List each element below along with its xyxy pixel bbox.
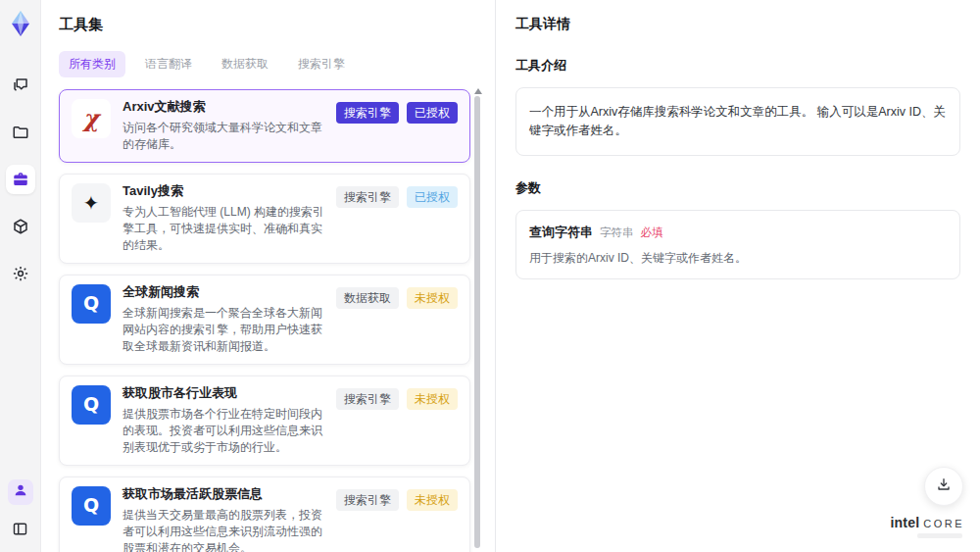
tool-description: 全球新闻搜索是一个聚合全球各大新闻网站内容的搜索引擎，帮助用户快速获取全球最新资…: [122, 305, 326, 355]
tool-name: Arxiv文献搜索: [122, 99, 326, 116]
arxiv-icon: χ: [72, 99, 111, 138]
tab-data-acquisition[interactable]: 数据获取: [212, 51, 278, 77]
auth-status-badge: 已授权: [407, 102, 458, 124]
tool-card-arxiv[interactable]: χ Arxiv文献搜索 访问各个研究领域大量科学论文和文章的存储库。 搜索引擎 …: [59, 89, 470, 163]
tab-language-translation[interactable]: 语言翻译: [135, 51, 202, 77]
parameter-description: 用于搜索的Arxiv ID、关键字或作者姓名。: [529, 250, 947, 267]
app-window: 工具集 所有类别 语言翻译 数据获取 搜索引擎 χ Arxiv文献搜索 访问各个…: [0, 0, 980, 552]
q-glyph: Q: [83, 395, 99, 414]
scrollbar-thumb[interactable]: [474, 96, 480, 548]
tool-description: 访问各个研究领域大量科学论文和文章的存储库。: [122, 120, 326, 153]
tool-card-list: χ Arxiv文献搜索 访问各个研究领域大量科学论文和文章的存储库。 搜索引擎 …: [59, 89, 470, 552]
app-logo: [7, 10, 34, 37]
core-wordmark: CORE: [923, 518, 964, 529]
download-button[interactable]: [924, 467, 963, 506]
tool-description: 提供股票市场各个行业在特定时间段内的表现。投资者可以利用这些信息来识别表现优于或…: [122, 406, 326, 456]
user-avatar[interactable]: [8, 479, 33, 505]
package-cube-icon: [12, 218, 29, 235]
sidebar-item-files[interactable]: [6, 118, 35, 147]
tool-name: Tavily搜索: [122, 183, 326, 200]
chat-icon: [12, 76, 29, 94]
sidebar-item-chat[interactable]: [6, 71, 35, 100]
detail-title: 工具详情: [515, 16, 960, 33]
tavily-icon: ✦: [72, 183, 111, 223]
news-app-icon: Q: [72, 385, 111, 425]
folder-icon: [12, 124, 29, 141]
sidebar-bottom: [8, 479, 33, 540]
tool-card-stock-sectors[interactable]: Q 获取股市各行业表现 提供股票市场各个行业在特定时间段内的表现。投资者可以利用…: [59, 376, 470, 466]
q-glyph: Q: [83, 496, 99, 515]
sidebar-item-settings[interactable]: [6, 259, 35, 288]
scrollbar[interactable]: [474, 88, 480, 550]
diamond-logo-icon: [7, 10, 34, 37]
intel-wordmark: intel: [890, 515, 919, 530]
tab-all-categories[interactable]: 所有类别: [59, 51, 125, 77]
gear-icon: [12, 265, 29, 282]
q-glyph: Q: [83, 294, 99, 313]
intro-section-title: 工具介绍: [515, 57, 960, 75]
panel-left-icon: [12, 521, 28, 537]
download-icon: [936, 477, 952, 496]
sidebar-nav: [6, 71, 35, 288]
category-badge: 搜索引擎: [336, 186, 399, 208]
sidebar-rail: [0, 0, 41, 552]
category-badge: 搜索引擎: [336, 102, 399, 124]
category-badge: 数据获取: [336, 287, 399, 309]
tool-description: 提供当天交易量最高的股票列表，投资者可以利用这些信息来识别流动性强的股票和潜在的…: [122, 507, 326, 552]
scroll-up-arrow-icon[interactable]: [474, 88, 482, 94]
auth-status-badge: 未授权: [407, 388, 458, 410]
tool-card-global-news[interactable]: Q 全球新闻搜索 全球新闻搜索是一个聚合全球各大新闻网站内容的搜索引擎，帮助用户…: [59, 275, 470, 365]
news-app-icon: Q: [72, 284, 111, 324]
intel-core-logo: intel CORE: [890, 515, 964, 538]
parameter-type: 字符串: [600, 226, 634, 240]
tool-list-panel: 工具集 所有类别 语言翻译 数据获取 搜索引擎 χ Arxiv文献搜索 访问各个…: [41, 0, 495, 552]
auth-status-badge: 未授权: [407, 489, 458, 511]
brand-subtext-strip: [917, 533, 962, 538]
tool-description: 专为人工智能代理 (LLM) 构建的搜索引擎工具，可快速提供实时、准确和真实的结…: [122, 204, 326, 254]
tool-intro-text: 一个用于从Arxiv存储库搜索科学论文和文章的工具。 输入可以是Arxiv ID…: [515, 87, 960, 156]
sidebar-item-models[interactable]: [6, 212, 35, 241]
parameter-name: 查询字符串: [529, 224, 593, 241]
parameter-card: 查询字符串 字符串 必填 用于搜索的Arxiv ID、关键字或作者姓名。: [515, 210, 960, 280]
person-icon: [13, 482, 28, 502]
category-tabs: 所有类别 语言翻译 数据获取 搜索引擎: [59, 51, 495, 77]
tool-name: 获取市场最活跃股票信息: [122, 486, 326, 503]
news-app-icon: Q: [72, 486, 111, 526]
tab-search-engine[interactable]: 搜索引擎: [288, 51, 355, 77]
collapse-panel-button[interactable]: [9, 517, 32, 540]
tool-name: 获取股市各行业表现: [122, 385, 326, 402]
auth-status-badge: 已授权: [407, 186, 458, 208]
tool-card-tavily[interactable]: ✦ Tavily搜索 专为人工智能代理 (LLM) 构建的搜索引擎工具，可快速提…: [59, 174, 470, 264]
briefcase-icon: [12, 171, 29, 188]
category-badge: 搜索引擎: [336, 489, 399, 511]
sidebar-item-toolbox[interactable]: [6, 165, 35, 194]
sparkle-glyph: ✦: [83, 193, 100, 213]
tool-detail-panel: 工具详情 工具介绍 一个用于从Arxiv存储库搜索科学论文和文章的工具。 输入可…: [495, 0, 980, 552]
auth-status-badge: 未授权: [407, 287, 458, 309]
params-section-title: 参数: [515, 179, 960, 197]
tool-card-active-stocks[interactable]: Q 获取市场最活跃股票信息 提供当天交易量最高的股票列表，投资者可以利用这些信息…: [59, 477, 470, 552]
page-title: 工具集: [59, 16, 495, 34]
arxiv-chi-glyph: χ: [83, 107, 99, 130]
parameter-required-flag: 必填: [641, 226, 663, 240]
tool-name: 全球新闻搜索: [122, 284, 326, 301]
category-badge: 搜索引擎: [336, 388, 399, 410]
